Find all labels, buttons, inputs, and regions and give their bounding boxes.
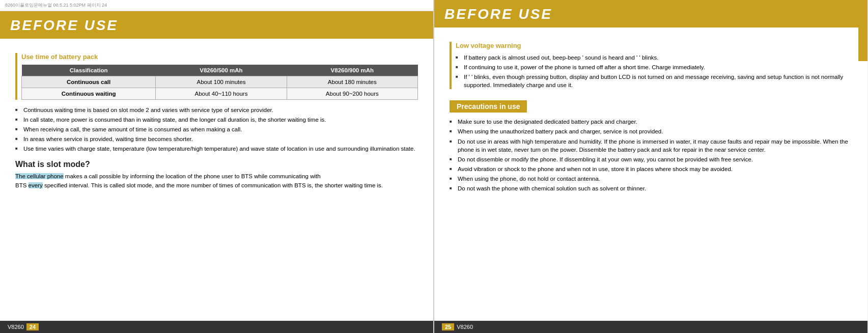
battery-table: Classification V8260/500 mAh V8260/900 m… [21,65,418,100]
list-item: Do not dissemble or modify the phone. If… [450,155,852,163]
slot-mode-highlight-1: The cellular phone [15,173,64,179]
table-row: Continuous call About 100 minutes About … [22,76,418,88]
table-cell-1-1: About 100 minutes [156,76,287,88]
slot-mode-title: What is slot mode? [15,160,418,169]
precautions-bullet-list: Make sure to use the designated dedicate… [450,118,852,192]
left-footer: V8260 24 [0,321,433,333]
list-item: Avoid vibration or shock to the phone an… [450,165,852,173]
slot-mode-text: The cellular phone makes a call possible… [15,172,418,190]
table-cell-1-2: About 180 minutes [287,76,417,88]
right-footer-right: 25 V8260 [442,323,473,330]
list-item: Use time varies with charge state, tempe… [15,145,418,153]
left-page-number: 24 [26,323,39,330]
list-item: If ' ' blinks, even though pressing butt… [456,73,852,89]
list-item: Do not use in areas with high temperatur… [450,137,852,154]
list-item: Continuous waiting time is based on slot… [15,106,418,114]
list-item: Make sure to use the designated dedicate… [450,118,852,126]
table-cell-label-2: Continuous waiting [22,88,156,100]
slot-mode-text-2: specified interval. This is called slot … [43,182,383,188]
table-header-classification: Classification [22,65,156,76]
left-footer-model: V8260 [8,324,24,330]
slot-mode-bts: BTS [15,182,29,188]
slot-mode-section: What is slot mode? The cellular phone ma… [15,160,418,190]
battery-bullet-list: Continuous waiting time is based on slot… [15,106,418,153]
right-footer: 25 V8260 [434,321,867,333]
right-page-number: 25 [442,323,454,330]
left-header-title: BEFORE USE [10,17,118,33]
left-page-content: Use time of battery pack Classification … [0,39,433,200]
table-header-900mah: V8260/900 mAh [287,65,417,76]
low-voltage-bullet-list: If battery pack is almost used out, beep… [456,53,852,89]
list-item: In areas where service is provided, wait… [15,135,418,143]
left-footer-left: V8260 24 [8,323,39,330]
right-header-banner: BEFORE USE [434,0,867,27]
low-voltage-section: Low voltage warning If battery pack is a… [450,42,852,89]
low-voltage-title: Low voltage warning [456,42,852,49]
right-page-content: Low voltage warning If battery pack is a… [434,27,867,208]
slot-mode-text-1: makes a call possible by informing the l… [64,173,321,179]
table-row: Continuous waiting About 40~110 hours Ab… [22,88,418,100]
right-header-title: BEFORE USE [444,6,552,22]
table-cell-label-1: Continuous call [22,76,156,88]
list-item: Do not wash the phone with chemical solu… [450,184,852,192]
list-item: If continuing to use it, power of the ph… [456,63,852,71]
list-item: When receiving a call, the same amount o… [15,125,418,133]
slot-mode-highlight-2: every [29,182,43,188]
list-item: When using the phone, do not hold or con… [450,175,852,183]
precautions-title-box: Precautions in use [450,100,527,113]
table-header-500mah: V8260/500 mAh [156,65,287,76]
table-cell-2-1: About 40~110 hours [156,88,287,100]
battery-section-title: Use time of battery pack [21,53,418,61]
right-page: BEFORE USE Low voltage warning If batter… [434,0,867,333]
table-cell-2-2: About 90~200 hours [287,88,417,100]
list-item: When using the unauthorized battery pack… [450,127,852,135]
right-footer-model: V8260 [457,324,473,330]
left-page: 8260이플로잉문메뉴얼 00.5.21 5:02PM 페이지 24 BEFOR… [0,0,434,333]
list-item: If battery pack is almost used out, beep… [456,53,852,62]
list-item: In call state, more power is consumed th… [15,116,418,124]
left-header-banner: BEFORE USE [0,11,433,39]
battery-section: Use time of battery pack Classification … [15,53,418,100]
print-line: 8260이플로잉문메뉴얼 00.5.21 5:02PM 페이지 24 [0,0,433,11]
